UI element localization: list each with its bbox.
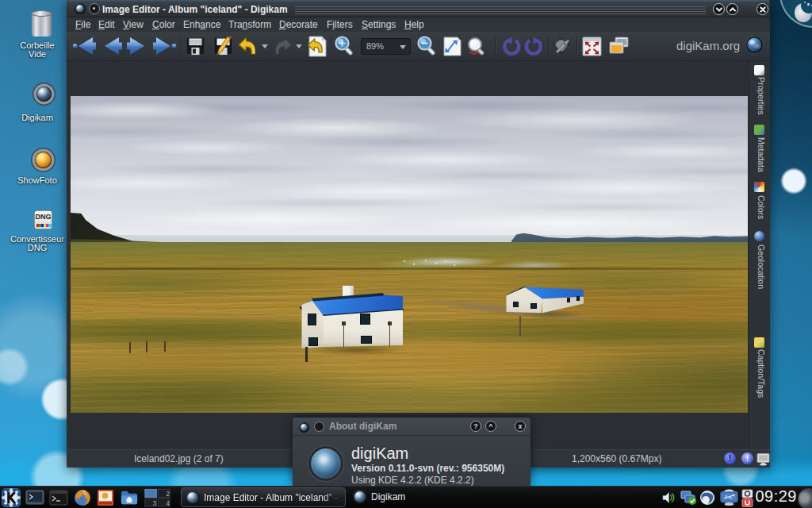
svg-text:3: 3 bbox=[153, 499, 157, 507]
svg-text:4: 4 bbox=[166, 499, 170, 507]
svg-text:2: 2 bbox=[166, 490, 170, 498]
